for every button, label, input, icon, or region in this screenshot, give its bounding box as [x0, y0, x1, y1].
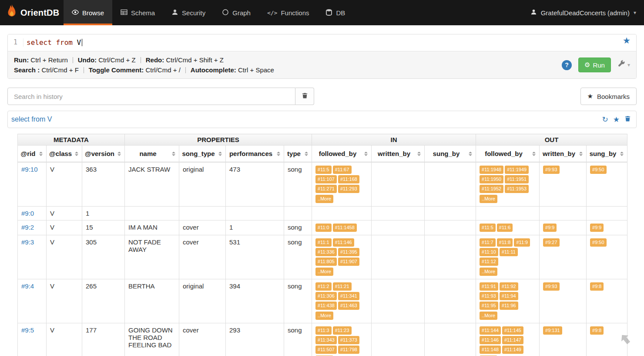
rid-badge[interactable]: #9:8 [590, 282, 604, 291]
column-header-name[interactable]: name [125, 146, 179, 163]
nav-item-security[interactable]: Security [163, 0, 214, 25]
clear-history-button[interactable] [295, 88, 314, 105]
rid-badge[interactable]: #11:1458 [333, 224, 357, 232]
column-header-in-sung-by[interactable]: sung_by [425, 146, 476, 163]
history-query-link[interactable]: select from V [11, 115, 52, 123]
rid-badge[interactable]: #9:8 [590, 326, 604, 335]
rid-badge[interactable]: #11:147 [502, 336, 523, 344]
rid-badge[interactable]: #11:1949 [505, 166, 529, 174]
rid-badge[interactable]: #11:148 [480, 346, 501, 354]
rid-badge[interactable]: #11:507 [315, 346, 337, 354]
rid-badge[interactable]: #11:92 [500, 282, 518, 291]
rid-badge[interactable]: #11:146 [333, 238, 354, 247]
bookmarks-button[interactable]: ★ Bookmarks [580, 88, 637, 105]
column-header-rid[interactable]: @rid [18, 146, 47, 163]
rid-badge[interactable]: #11:9 [514, 238, 530, 247]
delete-icon[interactable] [624, 115, 631, 124]
scroll-top-button[interactable] [618, 332, 634, 349]
rid-badge[interactable]: #11:91 [480, 282, 498, 291]
rid-badge[interactable]: #11:23 [333, 326, 352, 335]
rid-badge[interactable]: #9:9 [543, 224, 557, 232]
rid-badge[interactable]: #11:0 [315, 224, 332, 232]
query-editor[interactable]: 1 select from V ★ [8, 34, 636, 51]
record-link[interactable]: #9:5 [21, 326, 34, 334]
rid-badge[interactable]: #11:96 [500, 302, 518, 310]
help-icon[interactable]: ? [562, 60, 572, 70]
run-button[interactable]: ⚙ Run [578, 58, 611, 72]
rid-badge[interactable]: #11:8 [497, 238, 513, 247]
rid-badge[interactable]: #11:21 [333, 282, 352, 291]
rid-badge[interactable]: #11:145 [502, 326, 523, 335]
record-link[interactable]: #9:3 [21, 238, 34, 246]
rid-badge[interactable]: #11:306 [315, 292, 337, 300]
nav-item-schema[interactable]: Schema [112, 0, 163, 25]
orientdb-logo[interactable]: OrientDB [0, 0, 64, 25]
more-badge[interactable]: ..More [315, 195, 333, 203]
record-link[interactable]: #9:4 [21, 282, 34, 290]
rid-badge[interactable]: #9:50 [590, 238, 607, 247]
column-header-in-written-by[interactable]: written_by [372, 146, 425, 163]
rid-badge[interactable]: #9:27 [543, 238, 560, 247]
rid-badge[interactable]: #11:805 [315, 258, 337, 266]
nav-item-browse[interactable]: Browse [64, 0, 112, 25]
rid-badge[interactable]: #11:907 [338, 258, 359, 266]
more-badge[interactable]: ..More [315, 312, 333, 320]
record-link[interactable]: #9:2 [21, 224, 34, 231]
rid-badge[interactable]: #11:293 [338, 185, 359, 193]
more-badge[interactable]: ..More [315, 268, 333, 276]
more-badge[interactable]: ..More [480, 312, 497, 320]
column-header-performances[interactable]: performances [226, 146, 284, 163]
rid-badge[interactable]: #11:168 [338, 175, 359, 183]
column-header-in-followed-by[interactable]: followed_by [312, 146, 372, 163]
rid-badge[interactable]: #11:67 [333, 166, 352, 174]
history-item[interactable]: select from V ↻ ★ [7, 111, 637, 128]
query-text[interactable]: select from V [23, 38, 82, 47]
rid-badge[interactable]: #9:50 [590, 166, 607, 174]
rid-badge[interactable]: #9:93 [543, 166, 560, 174]
rid-badge[interactable]: #11:10 [480, 248, 498, 256]
rid-badge[interactable]: #11:7 [480, 238, 496, 247]
settings-dropdown[interactable]: ▾ [617, 60, 630, 70]
nav-item-graph[interactable]: Graph [214, 0, 259, 25]
column-header-out-followed-by[interactable]: followed_by [476, 146, 540, 163]
rid-badge[interactable]: #11:373 [338, 336, 359, 344]
rid-badge[interactable]: #11:438 [315, 302, 337, 310]
user-menu[interactable]: GratefulDeadConcerts (admin) ▾ [523, 0, 644, 25]
rid-badge[interactable]: #9:131 [543, 326, 562, 335]
nav-item-functions[interactable]: </> Functions [259, 0, 318, 25]
rid-badge[interactable]: #11:2 [315, 282, 332, 291]
rid-badge[interactable]: #11:12 [480, 258, 498, 266]
nav-item-db[interactable]: DB [317, 0, 353, 25]
rid-badge[interactable]: #11:93 [480, 292, 498, 300]
column-header-song-type[interactable]: song_type [179, 146, 226, 163]
column-header-out-sung-by[interactable]: sung_by [587, 146, 627, 163]
rid-badge[interactable]: #11:94 [500, 292, 518, 300]
rid-badge[interactable]: #11:463 [338, 302, 359, 310]
record-link[interactable]: #9:0 [21, 210, 34, 217]
rid-badge[interactable]: #11:1948 [480, 166, 503, 174]
rid-badge[interactable]: #11:1953 [505, 185, 529, 193]
rid-badge[interactable]: #11:107 [315, 175, 337, 183]
bookmark-query-button[interactable]: ★ [623, 36, 631, 45]
rid-badge[interactable]: #9:93 [543, 282, 560, 291]
rid-badge[interactable]: #11:11 [500, 248, 518, 256]
column-header-version[interactable]: @version [82, 146, 125, 163]
column-header-class[interactable]: @class [47, 146, 82, 163]
rid-badge[interactable]: #11:3 [315, 326, 332, 335]
rid-badge[interactable]: #11:271 [315, 185, 337, 193]
rid-badge[interactable]: #11:1950 [480, 175, 503, 183]
rid-badge[interactable]: #11:336 [315, 248, 337, 256]
rid-badge[interactable]: #11:343 [315, 336, 337, 344]
rid-badge[interactable]: #11:1951 [505, 175, 529, 183]
more-badge[interactable]: ..More [480, 268, 497, 276]
rid-badge[interactable]: #11:341 [338, 292, 359, 300]
rid-badge[interactable]: #11:5 [315, 166, 332, 174]
bookmark-icon[interactable]: ★ [613, 116, 620, 123]
rid-badge[interactable]: #11:6 [497, 224, 513, 232]
rid-badge[interactable]: #11:144 [480, 326, 501, 335]
rerun-icon[interactable]: ↻ [602, 116, 608, 123]
rid-badge[interactable]: #11:149 [502, 346, 523, 354]
column-header-out-written-by[interactable]: written_by [540, 146, 587, 163]
column-header-type[interactable]: type [284, 146, 312, 163]
rid-badge[interactable]: #11:798 [338, 346, 359, 354]
